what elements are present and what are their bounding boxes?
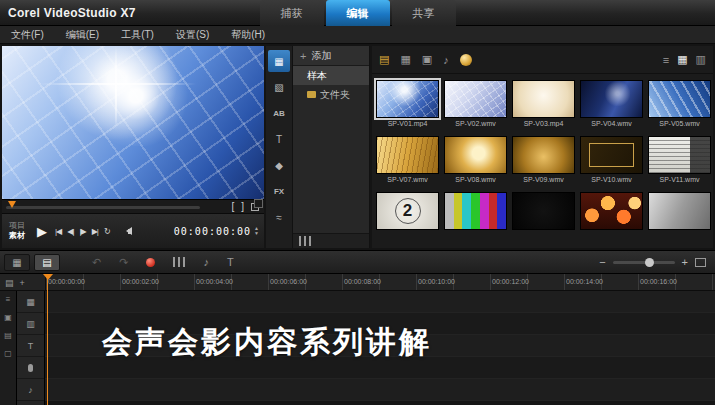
volume-icon[interactable] xyxy=(122,227,132,235)
menu-edit[interactable]: 编辑(E) xyxy=(55,26,110,44)
media-library-icon[interactable]: ▦ xyxy=(268,50,290,72)
overlay-track-header[interactable]: ▥ xyxy=(17,313,44,335)
video-track-row[interactable] xyxy=(45,291,715,313)
audio-filter-icon[interactable]: ♪ xyxy=(443,54,449,66)
timecode-down-icon[interactable]: ▼ xyxy=(254,231,259,236)
thumbnail-item[interactable]: SP-V07.wmv xyxy=(376,136,439,192)
previous-frame-button[interactable]: ◀| xyxy=(67,227,73,236)
video-thumbnail[interactable]: 2 xyxy=(376,192,439,230)
zoom-slider-thumb[interactable] xyxy=(645,258,654,267)
add-track-icon[interactable]: + xyxy=(20,278,25,288)
thumbnail-item[interactable]: SP-V09.wmv xyxy=(512,136,575,192)
thumbnail-item[interactable]: SP-V01.mp4 xyxy=(376,80,439,136)
scrubber-track[interactable] xyxy=(6,206,200,209)
video-thumbnail[interactable] xyxy=(512,80,575,118)
nav-item-folder[interactable]: 文件夹 xyxy=(293,85,369,104)
video-thumbnail[interactable] xyxy=(376,136,439,174)
video-thumbnail[interactable] xyxy=(512,192,575,230)
rail-select-icon[interactable]: ▣ xyxy=(4,313,12,322)
undo-icon[interactable]: ↶ xyxy=(92,256,101,269)
track-manager-icon[interactable]: ▤ xyxy=(5,278,14,288)
fit-timeline-icon[interactable] xyxy=(695,258,706,267)
auto-music-icon[interactable]: ♪ xyxy=(203,256,209,268)
video-thumbnail[interactable] xyxy=(376,80,439,118)
timecode-stepper[interactable]: ▲ ▼ xyxy=(254,226,259,236)
rail-menu-icon[interactable]: ≡ xyxy=(6,295,11,304)
motion-path-icon[interactable]: ≈ xyxy=(268,206,290,228)
detail-view-icon[interactable]: ▥ xyxy=(696,53,706,66)
thumbnail-item[interactable]: SP-V03.mp4 xyxy=(512,80,575,136)
subtitle-editor-icon[interactable]: T xyxy=(227,256,234,268)
thumbnail-item[interactable] xyxy=(512,192,575,248)
video-thumbnail[interactable] xyxy=(444,192,507,230)
rail-extra-icon[interactable]: ▢ xyxy=(4,349,12,358)
thumbnail-item[interactable] xyxy=(648,192,711,248)
voice-track-header[interactable] xyxy=(17,357,44,379)
title-track-header[interactable]: T xyxy=(17,335,44,357)
video-filter-icon[interactable]: ▦ xyxy=(400,53,410,66)
rail-tracks-icon[interactable]: ▤ xyxy=(4,331,12,340)
home-button[interactable]: |◀ xyxy=(55,227,61,236)
video-thumbnail[interactable] xyxy=(580,192,643,230)
music-track-header[interactable]: ♪ xyxy=(17,379,44,401)
transition-icon[interactable]: AB xyxy=(268,102,290,124)
graphic-icon[interactable]: ◆ xyxy=(268,154,290,176)
play-button[interactable]: ▶ xyxy=(37,224,47,239)
list-view-icon[interactable]: ≡ xyxy=(663,54,669,66)
video-thumbnail[interactable] xyxy=(580,136,643,174)
zoom-slider[interactable] xyxy=(613,261,675,264)
video-thumbnail[interactable] xyxy=(512,136,575,174)
zoom-out-icon[interactable]: − xyxy=(599,256,605,268)
mark-out-button[interactable]: ] xyxy=(241,200,244,214)
instant-project-icon[interactable]: ▧ xyxy=(268,76,290,98)
music-track-row[interactable] xyxy=(45,379,715,401)
menu-file[interactable]: 文件(F) xyxy=(0,26,55,44)
menu-tools[interactable]: 工具(T) xyxy=(110,26,165,44)
video-thumbnail[interactable] xyxy=(648,192,711,230)
thumbnail-item[interactable]: SP-V11.wmv xyxy=(648,136,711,192)
thumbnail-item[interactable] xyxy=(444,192,507,248)
end-button[interactable]: ▶| xyxy=(92,227,98,236)
mode-clip-button[interactable]: 素材 xyxy=(9,231,25,241)
options-icon[interactable] xyxy=(299,236,311,246)
thumbnail-item[interactable]: SP-V08.wmv xyxy=(444,136,507,192)
mode-project-button[interactable]: 项目 xyxy=(9,221,25,231)
thumbnail-item[interactable]: SP-V05.wmv xyxy=(648,80,711,136)
title-icon[interactable]: T xyxy=(268,128,290,150)
all-media-filter-icon[interactable]: ▤ xyxy=(379,53,389,66)
video-thumbnail[interactable] xyxy=(648,80,711,118)
menu-help[interactable]: 帮助(H) xyxy=(220,26,276,44)
tab-share[interactable]: 共享 xyxy=(392,0,456,26)
add-folder-button[interactable]: + 添加 xyxy=(293,46,369,66)
thumbnail-item[interactable]: SP-V04.wmv xyxy=(580,80,643,136)
redo-icon[interactable]: ↷ xyxy=(119,256,128,269)
video-thumbnail[interactable] xyxy=(444,136,507,174)
tab-capture[interactable]: 捕获 xyxy=(260,0,324,26)
zoom-in-icon[interactable]: + xyxy=(682,256,688,268)
video-track-header[interactable]: ▦ xyxy=(17,291,44,313)
tab-edit[interactable]: 编辑 xyxy=(326,0,390,26)
timeline-view-button[interactable]: ▤ xyxy=(34,254,60,271)
thumbnail-item[interactable]: SP-V10.wmv xyxy=(580,136,643,192)
video-thumbnail[interactable] xyxy=(444,80,507,118)
filter-icon[interactable]: FX xyxy=(268,180,290,202)
video-thumbnail[interactable] xyxy=(648,136,711,174)
thumbnail-item[interactable] xyxy=(580,192,643,248)
menu-settings[interactable]: 设置(S) xyxy=(165,26,220,44)
photo-filter-icon[interactable]: ▣ xyxy=(422,53,432,66)
mark-in-button[interactable]: [ xyxy=(231,200,234,214)
timeline-ruler[interactable]: ▤ + 00:00:00:00 00:00:02:00 00:00:04:00 … xyxy=(0,274,715,291)
media-badge-icon[interactable] xyxy=(460,54,472,66)
repeat-button[interactable]: ↻ xyxy=(104,227,110,236)
enlarge-preview-icon[interactable] xyxy=(251,203,259,211)
timeline-playhead-handle[interactable] xyxy=(43,274,53,280)
thumbnail-item[interactable]: 2 xyxy=(376,192,439,248)
sound-mixer-icon[interactable] xyxy=(173,257,185,267)
timeline-playhead-line[interactable] xyxy=(47,274,48,405)
record-capture-icon[interactable] xyxy=(146,258,155,267)
next-frame-button[interactable]: |▶ xyxy=(79,227,85,236)
storyboard-view-button[interactable]: ▦ xyxy=(4,254,30,271)
scrubber-playhead[interactable] xyxy=(8,201,16,208)
thumbnail-item[interactable]: SP-V02.wmv xyxy=(444,80,507,136)
video-thumbnail[interactable] xyxy=(580,80,643,118)
